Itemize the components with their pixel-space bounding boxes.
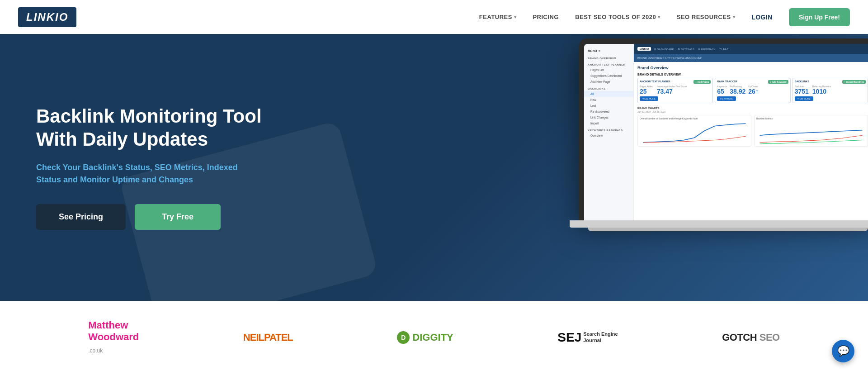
try-free-button[interactable]: Try Free xyxy=(135,204,221,230)
chevron-down-icon: ▾ xyxy=(733,14,736,19)
navbar: LINKIO FEATURES ▾ PRICING BEST SEO TOOLS… xyxy=(0,0,868,34)
nav-best-seo[interactable]: BEST SEO TOOLS OF 2020 ▾ xyxy=(575,14,660,20)
tab-dashboard[interactable]: ⊞ DASHBOARD xyxy=(654,48,674,51)
mockup-logo: LINKIO xyxy=(637,47,651,51)
sidebar-section-anchor: ANCHOR TEXT PLANNER xyxy=(584,61,633,67)
nav-pricing[interactable]: PRICING xyxy=(533,14,559,20)
sidebar-item-rediscovered[interactable]: Re-discovered xyxy=(584,109,633,114)
view-more-rank[interactable]: VIEW MORE xyxy=(717,96,736,101)
view-more-anchor[interactable]: VIEW MORE xyxy=(640,96,658,101)
logo-matthew-woodward[interactable]: Matthew Woodward .co.uk xyxy=(88,319,139,355)
mockup-main-content: LINKIO ⊞ DASHBOARD ⚙ SETTINGS ✉ FEEDBACK… xyxy=(634,44,868,220)
chevron-down-icon: ▾ xyxy=(514,14,517,19)
mockup-content-area: Brand Overview BRAND DETAILS OVERVIEW AN… xyxy=(634,62,868,150)
tab-help[interactable]: ? HELP xyxy=(719,48,729,51)
referring-domains: Referring Domains 1010 xyxy=(812,85,831,95)
anchor-score: Homepage Anchor Text Score 73.47 xyxy=(657,85,687,95)
sidebar-item-import[interactable]: Import xyxy=(584,120,633,126)
laptop-foot xyxy=(588,228,868,231)
mockup-tabs: ⊞ DASHBOARD ⚙ SETTINGS ✉ FEEDBACK ? HELP xyxy=(654,48,728,51)
signup-button[interactable]: Sign Up Free! xyxy=(789,8,850,26)
card-anchor-title: ANCHOR TEXT PLANNER + Add Pages xyxy=(640,80,711,84)
hero-section: Backlink Monitoring Tool With Daily Upda… xyxy=(0,34,868,301)
sidebar-item-link-changes[interactable]: Link Changes xyxy=(584,114,633,120)
mockup-inner: MENU ≡ Brand Overview ANCHOR TEXT PLANNE… xyxy=(584,44,868,220)
hero-subtitle: Check Your Backlink's Status, SEO Metric… xyxy=(36,162,262,186)
nav-links: FEATURES ▾ PRICING BEST SEO TOOLS OF 202… xyxy=(479,8,850,26)
diggity-icon: D xyxy=(397,331,410,344)
sidebar-section-backlinks: BACKLINKS xyxy=(584,85,633,91)
chart-metrics: Backlink Metrics xyxy=(754,115,868,147)
breadcrumb: BRAND OVERVIEW > HTTPS://WWW.LINKIO.COM/ xyxy=(637,57,702,59)
logo-diggity[interactable]: D DIGGITY xyxy=(397,331,453,344)
laptop-screen: MENU ≡ Brand Overview ANCHOR TEXT PLANNE… xyxy=(584,44,868,220)
card-rank-tracker: RANK TRACKER + Add Keyword Keywords 65 xyxy=(715,78,790,103)
brand-details-title: BRAND DETAILS OVERVIEW xyxy=(637,73,868,76)
logo-text: LINKIO xyxy=(26,11,68,23)
mockup-subbar: BRAND OVERVIEW > HTTPS://WWW.LINKIO.COM/ xyxy=(634,54,868,62)
chart2-label: Backlink Metrics xyxy=(756,117,866,120)
sidebar-item-overview[interactable]: Overview xyxy=(584,133,633,138)
sidebar-menu-label: MENU ≡ xyxy=(584,48,633,54)
chat-bubble[interactable]: 💬 xyxy=(832,340,854,362)
charts-row: Overall Number of Backlinks and Average … xyxy=(637,115,868,147)
updown-metric: Up/Down 26↑ xyxy=(748,85,759,95)
chat-icon: 💬 xyxy=(837,345,849,357)
sidebar-section-brand: Brand Overview xyxy=(584,54,633,61)
sidebar-item-suggestions[interactable]: Suggestions Dashboard xyxy=(584,73,633,79)
add-keyword-btn[interactable]: + Add Keyword xyxy=(768,80,788,84)
view-more-backlinks[interactable]: VIEW MORE xyxy=(795,96,813,101)
nav-seo-resources[interactable]: SEO RESOURCES ▾ xyxy=(677,14,735,20)
logo[interactable]: LINKIO xyxy=(18,7,76,27)
see-pricing-button[interactable]: See Pricing xyxy=(36,204,126,230)
sidebar-section-keywords: KEYWORDS RANKINGS xyxy=(584,126,633,133)
sidebar-item-all[interactable]: All xyxy=(584,91,633,97)
mockup-topbar: LINKIO ⊞ DASHBOARD ⚙ SETTINGS ✉ FEEDBACK… xyxy=(634,44,868,54)
logo-sej[interactable]: SEJ Search Engine Journal xyxy=(557,330,618,345)
laptop-outer: MENU ≡ Brand Overview ANCHOR TEXT PLANNE… xyxy=(579,38,868,220)
tab-feedback[interactable]: ✉ FEEDBACK xyxy=(698,48,716,51)
sidebar-item-add-page[interactable]: Add New Page xyxy=(584,79,633,85)
backlinks-chart-svg xyxy=(640,121,749,145)
logos-section: Matthew Woodward .co.uk NEILPATEL D DIGG… xyxy=(0,301,868,373)
sidebar-item-new[interactable]: New xyxy=(584,97,633,103)
import-backlinks-btn[interactable]: ↑ Import Backlinks xyxy=(842,80,866,84)
card-anchor-text: ANCHOR TEXT PLANNER + Add Pages Pages Ad… xyxy=(637,78,713,103)
logo-gotch-seo[interactable]: GOTCH SEO xyxy=(722,332,780,343)
hero-buttons: See Pricing Try Free xyxy=(36,204,262,230)
nav-login[interactable]: LOGIN xyxy=(751,14,773,21)
laptop-base xyxy=(570,220,868,228)
brand-overview-title: Brand Overview xyxy=(637,66,868,70)
keywords-metric: Keywords 65 xyxy=(717,85,727,95)
tab-settings[interactable]: ⚙ SETTINGS xyxy=(678,48,694,51)
chevron-down-icon: ▾ xyxy=(658,14,660,19)
backlinks-count: Backlinks 3751 xyxy=(795,85,809,95)
charts-area: BRAND CHARTS Jun 09, 2020 - Jun 18, 2020… xyxy=(637,107,868,147)
chart-date-range: Jun 09, 2020 - Jun 18, 2020 xyxy=(637,110,868,113)
nav-features[interactable]: FEATURES ▾ xyxy=(479,14,517,20)
metrics-chart-svg xyxy=(756,121,866,145)
chart-backlinks: Overall Number of Backlinks and Average … xyxy=(637,115,751,147)
mockup-sidebar: MENU ≡ Brand Overview ANCHOR TEXT PLANNE… xyxy=(584,44,634,220)
laptop-mockup: MENU ≡ Brand Overview ANCHOR TEXT PLANNE… xyxy=(579,38,868,231)
pages-added: Pages Added 25 xyxy=(640,85,653,95)
logo-neil-patel[interactable]: NEILPATEL xyxy=(243,332,293,343)
hero-title: Backlink Monitoring Tool With Daily Upda… xyxy=(36,105,262,151)
add-pages-btn[interactable]: + Add Pages xyxy=(693,80,711,84)
hero-content: Backlink Monitoring Tool With Daily Upda… xyxy=(0,78,298,257)
chart1-label: Overall Number of Backlinks and Average … xyxy=(640,117,749,120)
card-rank-title: RANK TRACKER + Add Keyword xyxy=(717,80,788,84)
sidebar-item-pages[interactable]: Pages List xyxy=(584,67,633,73)
card-backlinks-title: BACKLINKS ↑ Import Backlinks xyxy=(795,80,866,84)
brand-charts-title: BRAND CHARTS xyxy=(637,107,868,109)
sidebar-item-lost[interactable]: Lost xyxy=(584,103,633,109)
reranking-metric: Re-Ranking 38.92 xyxy=(730,85,745,95)
metric-cards: ANCHOR TEXT PLANNER + Add Pages Pages Ad… xyxy=(637,78,868,103)
card-backlinks: BACKLINKS ↑ Import Backlinks Backlinks 3… xyxy=(793,78,868,103)
